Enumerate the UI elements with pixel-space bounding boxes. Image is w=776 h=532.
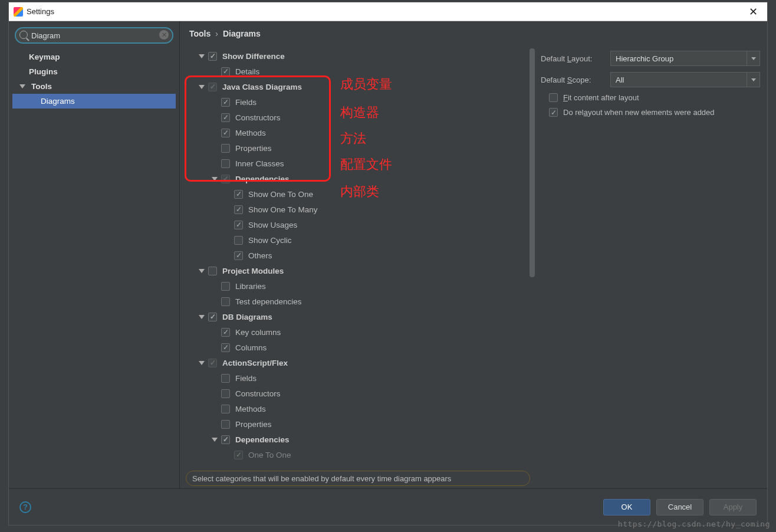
node-show-usages[interactable]: Show Usages <box>186 217 536 232</box>
chevron-down-icon[interactable] <box>212 438 218 442</box>
node-details[interactable]: Details <box>186 64 536 79</box>
breadcrumb-separator-icon: › <box>215 29 218 38</box>
checkbox[interactable] <box>221 389 230 398</box>
scrollbar[interactable] <box>530 48 535 277</box>
close-icon[interactable]: ✕ <box>744 3 762 21</box>
node-constructors[interactable]: Constructors <box>186 110 536 125</box>
row-fit-content[interactable]: Fit content after layout <box>541 93 760 102</box>
crumb-diagrams: Diagrams <box>223 29 261 38</box>
label: Show Difference <box>222 52 285 61</box>
checkbox[interactable] <box>221 175 230 183</box>
chevron-down-icon[interactable] <box>199 269 205 273</box>
label: Show One To Many <box>248 205 318 214</box>
checkbox[interactable] <box>221 159 230 168</box>
node-show-one-to-one[interactable]: Show One To One <box>186 186 536 202</box>
checkbox-fit-content[interactable] <box>549 93 558 102</box>
row-relayout[interactable]: Do relayout when new elements were added <box>541 108 760 117</box>
chevron-down-icon[interactable] <box>199 315 205 319</box>
node-actionscript-flex[interactable]: ActionScript/Flex <box>186 355 536 370</box>
chevron-down-icon[interactable] <box>212 177 218 181</box>
nav-tools-label: Tools <box>31 82 52 91</box>
nav-tools[interactable]: Tools <box>12 79 176 94</box>
checkbox[interactable] <box>221 297 230 306</box>
right-pane: Default Layout: Hierarchic Group Default… <box>536 46 767 488</box>
content: Show Difference Details Java Class Diagr… <box>180 46 767 488</box>
settings-window: Settings ✕ ✕ Keymap Plugins Tools Diagra… <box>8 2 768 526</box>
checkbox[interactable] <box>234 251 243 260</box>
checkbox[interactable] <box>234 190 243 199</box>
node-libraries[interactable]: Libraries <box>186 278 536 294</box>
node-show-one-to-many[interactable]: Show One To Many <box>186 202 536 217</box>
node-as-constructors[interactable]: Constructors <box>186 386 536 401</box>
checkbox-relayout[interactable] <box>549 108 558 117</box>
checkbox[interactable] <box>221 129 230 137</box>
checkbox[interactable] <box>221 282 230 291</box>
checkbox[interactable] <box>208 359 217 367</box>
chevron-down-icon[interactable] <box>199 361 205 365</box>
label: Constructors <box>235 113 281 122</box>
checkbox[interactable] <box>221 144 230 153</box>
nav-plugins[interactable]: Plugins <box>12 64 176 79</box>
checkbox[interactable] <box>234 205 243 214</box>
checkbox[interactable] <box>221 420 230 429</box>
node-dependencies[interactable]: Dependencies <box>186 171 536 186</box>
chevron-down-icon[interactable] <box>199 54 205 58</box>
clear-search-icon[interactable]: ✕ <box>159 30 169 40</box>
label: Project Modules <box>222 267 284 275</box>
main: Tools › Diagrams Show Difference Details… <box>180 21 767 488</box>
node-show-cyclic[interactable]: Show Cyclic <box>186 232 536 248</box>
cancel-button[interactable]: Cancel <box>656 499 703 515</box>
search-input[interactable] <box>15 27 173 44</box>
checkbox[interactable] <box>221 328 230 337</box>
ok-button[interactable]: OK <box>603 499 650 515</box>
checkbox[interactable] <box>208 267 217 275</box>
label: Columns <box>235 343 267 352</box>
row-default-scope: Default Scope: All <box>541 72 760 87</box>
apply-button[interactable]: Apply <box>709 499 757 515</box>
node-others[interactable]: Others <box>186 248 536 263</box>
checkbox[interactable] <box>221 67 230 76</box>
chevron-down-icon <box>747 51 759 65</box>
node-project-modules[interactable]: Project Modules <box>186 263 536 278</box>
node-java-class-diagrams[interactable]: Java Class Diagrams <box>186 79 536 94</box>
crumb-tools[interactable]: Tools <box>189 29 211 38</box>
node-inner-classes[interactable]: Inner Classes <box>186 156 536 171</box>
node-methods[interactable]: Methods <box>186 125 536 140</box>
node-key-columns[interactable]: Key columns <box>186 324 536 340</box>
checkbox[interactable] <box>208 83 217 91</box>
default-scope-select[interactable]: All <box>610 72 760 87</box>
node-as-dependencies[interactable]: Dependencies <box>186 432 536 447</box>
checkbox[interactable] <box>221 405 230 413</box>
node-properties[interactable]: Properties <box>186 140 536 156</box>
label: Key columns <box>235 328 281 337</box>
checkbox[interactable] <box>234 221 243 229</box>
default-layout-label: Default Layout: <box>541 54 610 63</box>
checkbox[interactable] <box>234 236 243 245</box>
label: Constructors <box>235 389 281 398</box>
node-fields[interactable]: Fields <box>186 94 536 110</box>
nav-keymap[interactable]: Keymap <box>12 50 176 64</box>
checkbox[interactable] <box>221 113 230 122</box>
checkbox[interactable] <box>208 313 217 321</box>
checkbox[interactable] <box>208 52 217 61</box>
checkbox[interactable] <box>221 374 230 383</box>
chevron-down-icon <box>747 73 759 87</box>
node-as-one-to-one[interactable]: One To One <box>186 447 536 462</box>
node-columns[interactable]: Columns <box>186 340 536 355</box>
default-layout-select[interactable]: Hierarchic Group <box>610 51 760 66</box>
checkbox[interactable] <box>221 435 230 444</box>
node-as-methods[interactable]: Methods <box>186 401 536 416</box>
nav-diagrams[interactable]: Diagrams <box>12 94 176 109</box>
sidebar: ✕ Keymap Plugins Tools Diagrams <box>9 21 180 488</box>
node-as-properties[interactable]: Properties <box>186 416 536 432</box>
checkbox[interactable] <box>221 98 230 107</box>
checkbox[interactable] <box>234 451 243 459</box>
node-show-difference[interactable]: Show Difference <box>186 48 536 64</box>
checkbox[interactable] <box>221 343 230 352</box>
node-as-fields[interactable]: Fields <box>186 370 536 386</box>
chevron-down-icon[interactable] <box>199 85 205 89</box>
node-db-diagrams[interactable]: DB Diagrams <box>186 309 536 324</box>
label: Inner Classes <box>235 159 284 168</box>
node-test-dependencies[interactable]: Test dependencies <box>186 294 536 309</box>
help-icon[interactable]: ? <box>19 501 31 513</box>
